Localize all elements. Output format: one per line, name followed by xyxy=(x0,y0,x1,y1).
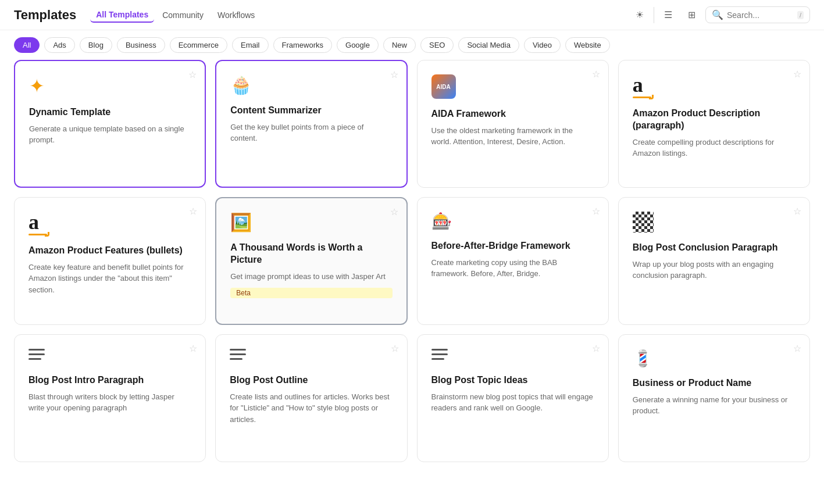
card-amazon-product-features[interactable]: ☆aAmazon Product Features (bullets)Creat… xyxy=(14,197,206,325)
filter-bar: AllAdsBlogBusinessEcommerceEmailFramewor… xyxy=(0,30,824,60)
card-icon-business-product-name: 💈 xyxy=(633,349,796,368)
card-desc-dynamic-template: Generate a unique template based on a si… xyxy=(29,123,191,146)
filter-chip-video[interactable]: Video xyxy=(524,37,561,53)
card-title-before-after-bridge: Before-After-Bridge Framework xyxy=(431,240,594,252)
card-star-blog-post-topic-ideas[interactable]: ☆ xyxy=(592,343,600,354)
beta-badge-thousand-words: Beta xyxy=(230,288,392,298)
card-star-blog-post-outline[interactable]: ☆ xyxy=(391,343,399,354)
card-desc-blog-post-conclusion: Wrap up your blog posts with an engaging… xyxy=(633,259,796,281)
card-icon-content-summarizer: 🧁 xyxy=(230,75,392,95)
card-amazon-product-desc[interactable]: ☆aAmazon Product Description (paragraph)… xyxy=(618,60,810,188)
svg-rect-3 xyxy=(230,349,246,351)
search-box[interactable]: 🔍 / xyxy=(705,6,810,23)
header-actions: ☀ ☰ ⊞ 🔍 / xyxy=(630,6,810,24)
grid-view-button[interactable]: ⊞ xyxy=(682,6,701,24)
card-icon-amazon-product-features: a xyxy=(28,212,191,235)
filter-chip-business[interactable]: Business xyxy=(117,37,165,53)
card-desc-blog-post-intro: Blast through writers block by letting J… xyxy=(28,391,191,414)
card-desc-business-product-name: Generate a winning name for your busines… xyxy=(633,394,796,417)
card-title-content-summarizer: Content Summarizer xyxy=(230,105,392,117)
nav-community[interactable]: Community xyxy=(156,8,209,22)
filter-chip-frameworks[interactable]: Frameworks xyxy=(273,37,333,53)
svg-rect-7 xyxy=(431,353,448,355)
card-icon-thousand-words: 🖼️ xyxy=(230,212,392,233)
card-desc-blog-post-topic-ideas: Brainstorm new blog post topics that wil… xyxy=(431,391,594,414)
card-icon-amazon-product-desc: a xyxy=(633,74,796,98)
card-blog-post-intro[interactable]: ☆ Blog Post Intro ParagraphBlast through… xyxy=(14,334,206,462)
svg-rect-5 xyxy=(230,358,242,360)
filter-chip-seo[interactable]: SEO xyxy=(420,37,454,53)
filter-chip-email[interactable]: Email xyxy=(232,37,269,53)
card-icon-aida-framework: AIDA xyxy=(431,74,456,99)
card-title-amazon-product-features: Amazon Product Features (bullets) xyxy=(28,245,191,257)
card-star-aida-framework[interactable]: ☆ xyxy=(592,69,600,80)
card-dynamic-template[interactable]: ☆✦Dynamic TemplateGenerate a unique temp… xyxy=(14,60,206,188)
search-shortcut: / xyxy=(797,11,804,19)
card-icon-blog-post-outline xyxy=(230,349,393,365)
svg-rect-8 xyxy=(431,358,444,360)
filter-chip-website[interactable]: Website xyxy=(565,37,610,53)
filter-chip-all[interactable]: All xyxy=(14,37,40,53)
card-star-blog-post-intro[interactable]: ☆ xyxy=(189,343,197,354)
card-title-dynamic-template: Dynamic Template xyxy=(29,106,191,119)
card-title-blog-post-outline: Blog Post Outline xyxy=(230,374,393,387)
header-nav: All Templates Community Workflows xyxy=(90,8,261,23)
page-title: Templates xyxy=(14,8,76,23)
card-desc-content-summarizer: Get the key bullet points from a piece o… xyxy=(230,121,392,144)
card-icon-blog-post-intro xyxy=(28,349,191,365)
card-blog-post-outline[interactable]: ☆ Blog Post OutlineCreate lists and outl… xyxy=(215,334,407,462)
filter-chip-social-media[interactable]: Social Media xyxy=(458,37,519,53)
svg-rect-2 xyxy=(28,358,41,360)
nav-all-templates[interactable]: All Templates xyxy=(90,8,154,23)
card-desc-before-after-bridge: Create marketing copy using the BAB fram… xyxy=(431,257,594,280)
card-star-amazon-product-features[interactable]: ☆ xyxy=(189,206,197,217)
header-divider xyxy=(654,7,654,23)
filter-chip-ads[interactable]: Ads xyxy=(44,37,74,53)
template-grid: ☆✦Dynamic TemplateGenerate a unique temp… xyxy=(0,60,824,476)
svg-rect-6 xyxy=(431,349,448,351)
filter-chip-new[interactable]: New xyxy=(383,37,416,53)
card-title-amazon-product-desc: Amazon Product Description (paragraph) xyxy=(633,108,796,132)
card-icon-blog-post-topic-ideas xyxy=(431,349,594,365)
filter-chip-blog[interactable]: Blog xyxy=(80,37,112,53)
search-input[interactable] xyxy=(727,10,794,20)
card-star-thousand-words[interactable]: ☆ xyxy=(390,206,398,217)
card-desc-amazon-product-desc: Create compelling product descriptions f… xyxy=(633,137,796,159)
card-icon-blog-post-conclusion xyxy=(633,212,654,233)
svg-rect-4 xyxy=(230,353,246,355)
nav-workflows[interactable]: Workflows xyxy=(212,8,261,22)
card-before-after-bridge[interactable]: ☆🎰Before-After-Bridge FrameworkCreate ma… xyxy=(417,197,609,325)
card-blog-post-topic-ideas[interactable]: ☆ Blog Post Topic IdeasBrainstorm new bl… xyxy=(417,334,609,462)
card-star-amazon-product-desc[interactable]: ☆ xyxy=(793,69,801,80)
card-desc-blog-post-outline: Create lists and outlines for articles. … xyxy=(230,391,393,426)
card-star-blog-post-conclusion[interactable]: ☆ xyxy=(793,206,801,217)
card-title-aida-framework: AIDA Framework xyxy=(431,108,594,120)
svg-rect-1 xyxy=(28,353,45,355)
card-thousand-words[interactable]: ☆🖼️A Thousand Words is Worth a PictureGe… xyxy=(215,197,407,325)
card-desc-aida-framework: Use the oldest marketing framework in th… xyxy=(431,125,594,148)
filter-chip-google[interactable]: Google xyxy=(337,37,379,53)
card-business-product-name[interactable]: ☆💈Business or Product NameGenerate a win… xyxy=(618,334,810,462)
card-star-dynamic-template[interactable]: ☆ xyxy=(188,69,197,80)
card-desc-amazon-product-features: Create key feature and benefit bullet po… xyxy=(28,262,191,296)
card-title-business-product-name: Business or Product Name xyxy=(633,377,796,389)
card-title-blog-post-conclusion: Blog Post Conclusion Paragraph xyxy=(633,242,796,254)
card-desc-thousand-words: Get image prompt ideas to use with Jaspe… xyxy=(230,271,392,283)
card-star-before-after-bridge[interactable]: ☆ xyxy=(592,206,600,217)
card-aida-framework[interactable]: ☆AIDAAIDA FrameworkUse the oldest market… xyxy=(417,60,609,188)
card-star-content-summarizer[interactable]: ☆ xyxy=(390,69,398,80)
theme-toggle-button[interactable]: ☀ xyxy=(630,6,649,24)
search-icon: 🔍 xyxy=(712,9,723,20)
svg-rect-0 xyxy=(28,349,45,351)
card-title-blog-post-intro: Blog Post Intro Paragraph xyxy=(28,374,191,387)
card-blog-post-conclusion[interactable]: ☆Blog Post Conclusion ParagraphWrap up y… xyxy=(618,197,810,325)
card-star-business-product-name[interactable]: ☆ xyxy=(793,343,801,354)
card-title-thousand-words: A Thousand Words is Worth a Picture xyxy=(230,242,392,266)
filter-chip-ecommerce[interactable]: Ecommerce xyxy=(170,37,227,53)
card-icon-before-after-bridge: 🎰 xyxy=(431,212,594,231)
card-icon-dynamic-template: ✦ xyxy=(29,75,191,97)
card-content-summarizer[interactable]: ☆🧁Content SummarizerGet the key bullet p… xyxy=(215,60,407,188)
list-view-button[interactable]: ☰ xyxy=(659,6,677,24)
header: Templates All Templates Community Workfl… xyxy=(0,0,824,30)
card-title-blog-post-topic-ideas: Blog Post Topic Ideas xyxy=(431,374,594,387)
